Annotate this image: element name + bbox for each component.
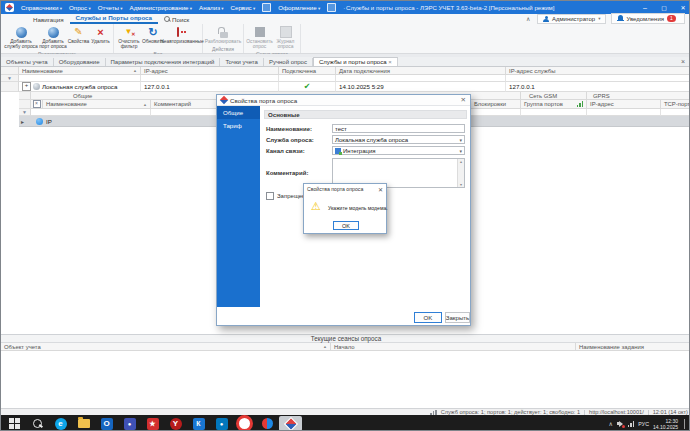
unlock-button[interactable]: Разблокировать [205, 25, 241, 44]
tab-navigation[interactable]: Навигация [27, 15, 70, 24]
filter-cell[interactable] [521, 109, 587, 116]
messagebox-ok-button[interactable]: OK [333, 221, 359, 230]
filter-cell[interactable] [587, 109, 661, 116]
filter-cell[interactable] [141, 75, 279, 82]
window-switch-icon[interactable] [327, 3, 336, 12]
add-port-button[interactable]: Добавить порт опроса [39, 25, 67, 50]
filter-cell[interactable] [661, 109, 690, 116]
filter-cell[interactable] [336, 75, 506, 82]
service-row-ip[interactable]: 127.0.0.1 [141, 82, 279, 92]
player-app-button[interactable] [256, 416, 279, 431]
poll-log-button[interactable]: Журнал опроса [273, 25, 298, 50]
menu-more-icon[interactable]: · [343, 4, 345, 11]
dialog-close-icon[interactable]: ✕ [461, 96, 466, 104]
menu-poll[interactable]: Опрос [69, 4, 91, 11]
service-select[interactable]: Локальная служба опроса [332, 135, 465, 144]
dialog-close-button[interactable]: Закрыть [445, 312, 470, 323]
taskbar-search-button[interactable] [26, 416, 49, 431]
tab-close-icon[interactable]: × [681, 58, 685, 65]
collapse-ribbon-icon[interactable]: ∧ [526, 16, 532, 22]
name-field[interactable] [332, 124, 465, 133]
scroll-down-icon[interactable]: ▾ [460, 182, 462, 187]
filter-cell[interactable] [506, 75, 690, 82]
doc-tab-manual-poll[interactable]: Ручной опрос [264, 58, 313, 66]
doc-tab-services-ports[interactable]: Службы и порты опроса [313, 57, 398, 66]
port-col-ip[interactable]: IP-адрес [587, 100, 661, 109]
tab-search[interactable]: Поиск [158, 15, 195, 24]
doc-tab-integrations[interactable]: Параметры подключения интеграций [106, 58, 221, 66]
tray-expand-icon[interactable]: ∧ [608, 420, 612, 427]
doc-tab-objects[interactable]: Объекты учета [1, 58, 54, 66]
service-row-connected[interactable] [279, 82, 336, 92]
account-button[interactable]: Администратор [537, 14, 607, 24]
menu-appearance[interactable]: Оформление [278, 4, 320, 11]
lers-app-button[interactable] [279, 416, 302, 431]
channel-select[interactable]: Интеграция [332, 146, 465, 155]
stop-poll-button[interactable]: Остановить опрос [246, 25, 273, 50]
expander-icon[interactable]: + [22, 82, 31, 91]
col-header-service-ip[interactable]: IP-адрес службы [506, 67, 690, 75]
doc-tab-equipment[interactable]: Оборудование [54, 58, 106, 66]
unauthorized-button[interactable]: Неавторизованные [164, 25, 200, 44]
port-col-group[interactable]: Группа портов [521, 100, 587, 109]
dialog-ok-button[interactable]: OK [414, 312, 442, 323]
show-desktop-button[interactable] [684, 419, 689, 429]
media-app-button[interactable] [233, 416, 256, 431]
col-header-name[interactable]: Наименование [19, 67, 141, 75]
sessions-col-start[interactable]: Начало [331, 343, 576, 351]
browser-app-button[interactable]: e [49, 416, 72, 431]
filter-cell[interactable] [31, 109, 151, 116]
doc-tab-points[interactable]: Точки учета [220, 58, 263, 66]
service-row-name[interactable]: + Локальная служба опроса [19, 82, 141, 92]
filter-cell[interactable] [279, 75, 336, 82]
menu-directories[interactable]: Справочники [21, 4, 62, 11]
notifications-button[interactable]: Уведомления 1 [611, 13, 685, 24]
language-indicator[interactable]: РУС [638, 421, 649, 427]
minimize-button[interactable] [640, 4, 650, 11]
tab-services-ports[interactable]: Службы и Порты опроса [70, 13, 158, 24]
volume-icon[interactable] [617, 420, 624, 427]
menu-service[interactable]: Сервис [231, 4, 256, 11]
textarea-scrollbar[interactable]: ▴▾ [457, 159, 464, 187]
col-header-ip[interactable]: IP-адрес [141, 67, 279, 75]
select-all-checkbox[interactable]: × [31, 100, 43, 109]
port-col-tcp[interactable]: TCP-порт [661, 100, 690, 109]
lers-logo-icon [283, 416, 297, 430]
chat-app-button[interactable]: ● [118, 416, 141, 431]
port-col-name[interactable]: Наименование [43, 100, 151, 109]
clear-filter-button[interactable]: Очистить фильтр [116, 25, 142, 50]
name-input[interactable] [335, 126, 462, 132]
star-app-button[interactable]: ★ [141, 416, 164, 431]
explorer-app-button[interactable] [72, 416, 95, 431]
service-row-date[interactable]: 14.10.2025 5:29 [336, 82, 506, 92]
port-col-locks[interactable]: Блокировки [471, 100, 521, 109]
sessions-col-object[interactable]: Объект учета [1, 343, 331, 351]
filter-cell[interactable] [19, 75, 141, 82]
messagebox-close-icon[interactable]: ✕ [378, 186, 383, 193]
scroll-up-icon[interactable]: ▴ [460, 159, 462, 164]
yandex-app-button[interactable]: Y [164, 416, 187, 431]
taskbar-clock[interactable]: 12:30 14.10.2025 [653, 418, 678, 430]
col-header-date[interactable]: Дата подключения [336, 67, 506, 75]
menu-analysis[interactable]: Анализ [199, 4, 223, 11]
forbid-checkbox[interactable] [266, 192, 274, 200]
menu-administration[interactable]: Администрирование [130, 4, 193, 11]
delete-button[interactable]: × Удалить [90, 25, 111, 44]
service-row-service-ip[interactable]: 127.0.0.1 [506, 82, 690, 92]
poll-services-icon [430, 410, 437, 415]
mail-app-button[interactable]: O [95, 416, 118, 431]
properties-button[interactable]: ✎ Свойства [67, 25, 90, 44]
menu-reports[interactable]: Отчеты [98, 4, 123, 11]
start-button[interactable] [3, 416, 26, 431]
dialog-nav-tariff[interactable]: Тариф [217, 119, 260, 132]
col-header-connected[interactable]: Подключена [279, 67, 336, 75]
person-app-button[interactable]: ● [210, 416, 233, 431]
maximize-button[interactable] [659, 4, 669, 11]
sessions-col-task[interactable]: Наименование задания [576, 343, 690, 351]
close-button[interactable] [678, 4, 688, 11]
filter-cell[interactable] [471, 109, 521, 116]
network-icon[interactable] [628, 421, 635, 427]
dialog-nav-general[interactable]: Общие [217, 106, 260, 119]
security-app-button[interactable]: К [187, 416, 210, 431]
add-service-button[interactable]: Добавить службу опроса [3, 25, 39, 50]
